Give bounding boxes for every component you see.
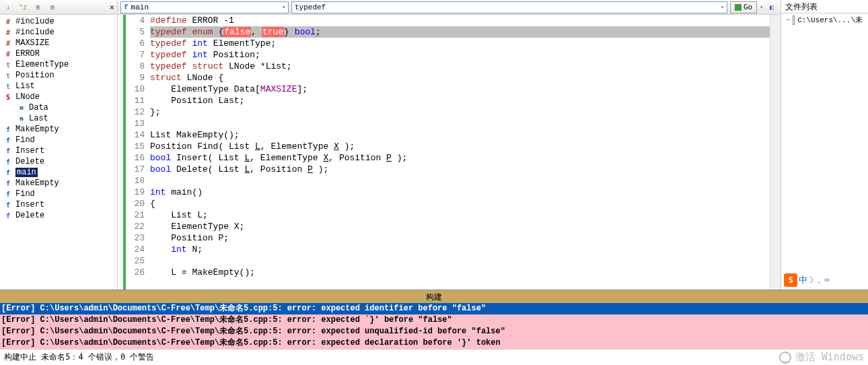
symbol-item[interactable]: fDelete xyxy=(0,156,117,167)
symbol-item[interactable]: tElementType xyxy=(0,59,117,70)
symbol-item[interactable]: fDelete xyxy=(0,210,117,221)
code-line[interactable]: ElementType Data[MAXSIZE]; xyxy=(150,84,770,95)
symbol-type-icon: t xyxy=(3,83,13,90)
symbol-item[interactable]: fFind xyxy=(0,135,117,145)
symbol-item[interactable]: tPosition xyxy=(0,70,117,81)
symbol-label: LNode xyxy=(15,92,40,102)
code-line[interactable]: int main() xyxy=(150,187,770,198)
build-output[interactable]: [Error] C:\Users\admin\Documents\C-Free\… xyxy=(0,303,868,349)
code-line[interactable]: typedef int Position; xyxy=(150,49,770,61)
code-line[interactable]: int N; xyxy=(150,244,770,255)
symbol-type-icon: # xyxy=(3,51,13,58)
symbol-item[interactable]: ##include xyxy=(0,27,117,38)
code-line[interactable]: List L; xyxy=(150,209,770,221)
symbol-item[interactable]: #MAXSIZE xyxy=(0,38,117,48)
sort-down-icon[interactable]: ↓ xyxy=(3,2,13,13)
code-line[interactable]: }; xyxy=(150,106,770,118)
symbol-type-icon: # xyxy=(3,29,13,36)
moon-icon[interactable]: ☽ xyxy=(809,275,813,285)
symbol-type-icon: m xyxy=(16,115,27,122)
code-line[interactable] xyxy=(150,175,770,187)
code-line[interactable]: typedef enum {false, true} bool; xyxy=(150,26,770,38)
code-line[interactable]: L = MakeEmpty(); xyxy=(150,267,770,278)
symbol-label: Last xyxy=(29,114,48,123)
symbol-item[interactable]: ##include xyxy=(0,16,117,27)
code-line[interactable]: Position Last; xyxy=(150,95,770,106)
symbol-type-icon: f xyxy=(3,137,13,144)
symbol-item[interactable]: fFind xyxy=(0,189,117,199)
build-error-line[interactable]: [Error] C:\Users\admin\Documents\C-Free\… xyxy=(0,303,868,314)
code-line[interactable]: typedef struct LNode *List; xyxy=(150,61,770,72)
file-entry[interactable]: ⋯ C:\Users\...\未 xyxy=(781,13,868,26)
symbol-label: #include xyxy=(15,17,55,26)
code-line[interactable]: bool Insert( List L, ElementType X, Posi… xyxy=(150,152,770,164)
keyboard-icon[interactable]: ⌨ xyxy=(824,275,829,285)
ime-lang[interactable]: 中 xyxy=(799,274,807,286)
code-line[interactable]: #define ERROR -1 xyxy=(150,15,770,26)
symbol-item[interactable]: fmain xyxy=(0,167,117,178)
symbol-item[interactable]: fInsert xyxy=(0,145,117,156)
symbol-item[interactable]: fMakeEmpty xyxy=(0,178,117,189)
symbol-label: Data xyxy=(29,103,48,112)
code-line[interactable]: Position Find( List L, ElementType X ); xyxy=(150,141,770,152)
vertical-scrollbar[interactable] xyxy=(770,15,781,290)
go-button[interactable]: Go xyxy=(730,1,757,13)
close-icon[interactable]: × xyxy=(110,3,114,12)
symbol-label: ERROR xyxy=(15,49,40,59)
symbol-label: Position xyxy=(15,71,55,80)
code-pane[interactable]: 4567891011121314151617181920212223242526… xyxy=(118,15,781,290)
watermark-text: 激活 Windows xyxy=(795,351,864,364)
file-list-panel: 文件列表 ⋯ C:\Users\...\未 S 中 ☽ ， ⌨ xyxy=(781,0,868,290)
bookmark-icon[interactable]: ◧ xyxy=(766,1,778,13)
comma-icon[interactable]: ， xyxy=(815,275,823,286)
list-view-icon[interactable]: ≣ xyxy=(32,2,43,13)
symbol-label: MakeEmpty xyxy=(15,178,59,188)
symbol-label: ElementType xyxy=(15,60,69,69)
symbol-type-icon: f xyxy=(3,212,13,220)
build-tab[interactable]: 构建 xyxy=(0,290,868,303)
symbol-item[interactable]: mLast xyxy=(0,113,117,124)
sidebar-toolbar: ↓ ᴬz ≣ ⊞ × xyxy=(0,0,117,15)
code-line[interactable]: struct LNode { xyxy=(150,72,770,84)
code-line[interactable]: List MakeEmpty(); xyxy=(150,129,770,141)
symbol-label: MakeEmpty xyxy=(15,125,59,134)
symbol-item[interactable]: #ERROR xyxy=(0,48,117,59)
symbol-item[interactable]: mData xyxy=(0,102,117,113)
symbol-item[interactable]: fInsert xyxy=(0,199,117,210)
code-line[interactable] xyxy=(150,118,770,129)
sort-alpha-icon[interactable]: ᴬz xyxy=(17,2,28,13)
build-error-line[interactable]: [Error] C:\Users\admin\Documents\C-Free\… xyxy=(0,326,868,337)
code-line[interactable]: Position P; xyxy=(150,232,770,244)
symbol-type-icon: # xyxy=(3,40,13,47)
symbol-label: #include xyxy=(15,28,55,37)
code-line[interactable]: ElementType X; xyxy=(150,221,770,232)
symbol-item[interactable]: fMakeEmpty xyxy=(0,124,117,135)
code-line[interactable]: { xyxy=(150,198,770,209)
windows-watermark: 激活 Windows xyxy=(779,351,864,364)
code-line[interactable] xyxy=(150,255,770,267)
function-combo[interactable]: f main ▾ xyxy=(120,1,289,13)
grid-view-icon[interactable]: ⊞ xyxy=(47,2,58,13)
search-combo[interactable]: typedef ▾ xyxy=(291,1,727,13)
ime-badge[interactable]: S xyxy=(784,273,797,287)
file-list-title: 文件列表 xyxy=(781,0,868,13)
code-lines[interactable]: #define ERROR -1typedef enum {false, tru… xyxy=(150,15,770,290)
symbol-list[interactable]: ##include ##include #MAXSIZE#ERRORtEleme… xyxy=(0,15,117,290)
build-error-line[interactable]: [Error] C:\Users\admin\Documents\C-Free\… xyxy=(0,337,868,349)
symbol-type-icon: f xyxy=(3,158,13,166)
symbol-type-icon: m xyxy=(16,104,27,111)
build-error-line[interactable]: [Error] C:\Users\admin\Documents\C-Free\… xyxy=(0,314,868,326)
code-line[interactable]: bool Delete( List L, Position P ); xyxy=(150,164,770,175)
symbol-item[interactable]: SLNode xyxy=(0,92,117,102)
symbol-item[interactable]: tList xyxy=(0,81,117,92)
file-icon xyxy=(793,15,795,25)
symbol-label: Find xyxy=(15,135,35,145)
code-line[interactable]: typedef int ElementType; xyxy=(150,38,770,49)
symbol-label: List xyxy=(15,81,35,91)
ime-indicator: S 中 ☽ ， ⌨ xyxy=(781,271,868,290)
watermark-icon xyxy=(779,352,791,364)
search-combo-value: typedef xyxy=(295,3,326,11)
symbol-label: main xyxy=(15,168,38,177)
status-text: 构建中止 未命名5：4 个错误，0 个警告 xyxy=(4,352,154,363)
symbol-type-icon: f xyxy=(3,191,13,198)
